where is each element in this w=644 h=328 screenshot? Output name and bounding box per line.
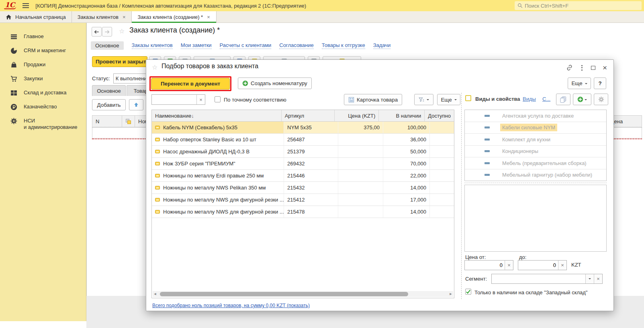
product-stock-cell: 14,000 <box>383 206 430 218</box>
column-price[interactable]: Цена (KZT) <box>335 110 379 121</box>
maximize-icon[interactable] <box>591 66 595 70</box>
clear-icon[interactable] <box>558 261 566 270</box>
clear-icon[interactable] <box>594 274 602 283</box>
tab-customer-orders[interactable]: Заказы клиентов <box>72 11 132 23</box>
chevron-down-icon[interactable] <box>585 274 594 283</box>
product-card-button[interactable]: Карточка товара <box>344 94 402 105</box>
product-row[interactable]: Набор отверток Stanley Basic из 10 шт 25… <box>152 134 454 146</box>
tab-home[interactable]: Начальная страница <box>0 11 72 23</box>
more-menu-icon[interactable] <box>580 65 584 71</box>
category-row[interactable]: Агентская услуга по доставке <box>465 110 606 122</box>
sidebar-item-warehouse[interactable]: Склад и доставка <box>0 86 86 100</box>
scrollbar-thumb[interactable] <box>160 292 408 296</box>
sidebar-item-purchases[interactable]: Закупки <box>0 72 86 86</box>
tab-close-icon[interactable] <box>206 14 211 20</box>
product-article-cell: 256487 <box>284 134 338 145</box>
move-up-button[interactable] <box>129 99 143 110</box>
segment-input[interactable] <box>492 274 585 283</box>
column-article[interactable]: Артикул <box>282 110 335 121</box>
selection-summary-link[interactable]: Всего подобрано ноль позиций товаров, на… <box>152 303 310 308</box>
product-row[interactable]: Кабель NYM (Севкабель) 5х35 NYM 5x35 375… <box>152 122 454 134</box>
global-search[interactable] <box>515 1 642 10</box>
product-search-field <box>151 94 205 105</box>
sidebar-item-main[interactable]: Главное <box>0 30 86 44</box>
sidebar-item-admin[interactable]: НСИи администрирование <box>0 114 86 134</box>
arrow-left-icon <box>94 29 100 35</box>
add-category-button[interactable] <box>573 94 591 105</box>
close-icon[interactable] <box>603 65 607 70</box>
price-to-input[interactable] <box>518 261 558 270</box>
horizontal-scrollbar[interactable] <box>153 291 453 297</box>
column-in-stock[interactable]: В наличии <box>379 110 425 121</box>
main-menu-icon[interactable] <box>22 3 29 8</box>
scrollbar-track[interactable] <box>157 292 448 296</box>
category-row[interactable]: Кондиционеры <box>465 146 606 158</box>
types-properties-checkbox[interactable] <box>465 95 471 101</box>
doc-column-n[interactable]: N <box>92 115 122 127</box>
settings-button[interactable] <box>594 94 608 105</box>
sidebar-item-treasury[interactable]: Казначейство <box>0 100 86 114</box>
favorite-star-icon[interactable] <box>119 27 125 35</box>
favorite-star-icon[interactable] <box>152 63 157 71</box>
tab-order-create[interactable]: Заказ клиента (создание) * <box>132 11 216 23</box>
scroll-left-icon[interactable] <box>153 291 157 297</box>
product-row[interactable]: Ножницы по металлу NWS для фигурной резк… <box>152 194 454 206</box>
column-available[interactable]: Доступно <box>425 110 454 121</box>
product-card-label: Карточка товара <box>357 97 398 103</box>
table-more-button[interactable]: Еще <box>437 94 460 105</box>
home-icon <box>6 14 12 20</box>
category-row[interactable]: Мебель (предварительная сборка) <box>465 157 606 169</box>
price-from-input[interactable] <box>465 261 505 270</box>
scroll-right-icon[interactable] <box>448 291 453 297</box>
panel-splitter-horizontal[interactable] <box>464 183 607 183</box>
nav-link-my-notes[interactable]: Мои заметки <box>181 42 212 49</box>
nav-link-tasks[interactable]: Задачи <box>373 42 391 49</box>
create-nomenclature-button[interactable]: Создать номенклатуру <box>238 77 312 89</box>
filter-button[interactable] <box>414 94 433 105</box>
sidebar-item-crm[interactable]: CRM и маркетинг <box>0 44 86 58</box>
post-and-close-button[interactable]: Провести и закрыть <box>92 56 147 67</box>
product-row[interactable]: Ножницы по металлу NWS Pelikan 350 мм 21… <box>152 182 454 194</box>
sidebar-item-label: Главное <box>24 33 44 40</box>
back-button[interactable] <box>92 27 102 37</box>
product-name-cell: Кабель NYM (Севкабель) 5х35 <box>152 122 284 133</box>
dialog-more-button[interactable]: Еще <box>568 77 591 89</box>
copy-button[interactable] <box>556 94 570 105</box>
nav-link-approval[interactable]: Согласование <box>279 42 313 49</box>
product-price-cell <box>338 206 383 218</box>
nav-link-main[interactable]: Основное <box>91 41 124 50</box>
product-row[interactable]: Ножницы по металлу NWS для фигурной резк… <box>152 206 454 218</box>
product-article-cell: 251379 <box>284 146 338 157</box>
chevron-down-icon <box>427 99 429 102</box>
nav-link-goods-shipment[interactable]: Товары к отгрузке <box>322 42 365 49</box>
nav-link-settlements[interactable]: Расчеты с клиентами <box>220 42 272 49</box>
category-row[interactable]: Мебельный гарнитур (набор мебели) <box>465 169 606 181</box>
sidebar-item-sales[interactable]: Продажи <box>0 58 86 72</box>
product-row[interactable]: Нож ЗУБР серия "ПРЕМИУМ" 269432 70,000 <box>152 158 454 170</box>
product-stock-cell: 14,000 <box>383 182 430 194</box>
form-tab-main[interactable]: Основное <box>92 85 126 96</box>
help-button[interactable]: ? <box>594 77 606 89</box>
transfer-to-document-button[interactable]: Перенести в документ <box>151 78 230 90</box>
category-row[interactable]: Комплект для кухни <box>465 134 606 146</box>
warehouse-only-checkbox[interactable] <box>465 289 471 295</box>
exact-match-checkbox[interactable] <box>215 96 221 102</box>
category-row[interactable]: Кабели силовые NYM <box>465 122 606 134</box>
forward-button[interactable] <box>102 27 112 37</box>
properties-link[interactable]: С... <box>542 96 550 102</box>
product-row[interactable]: Ножницы по металлу Erdi правые 250 мм 21… <box>152 170 454 182</box>
clear-search-icon[interactable] <box>196 95 205 104</box>
add-row-button[interactable]: Добавить <box>92 99 126 110</box>
tab-close-icon[interactable] <box>122 14 126 20</box>
global-search-input[interactable] <box>525 3 639 9</box>
column-name[interactable]: Наименование <box>152 110 282 121</box>
panel-splitter[interactable] <box>461 93 462 299</box>
types-link[interactable]: Виды <box>523 96 536 102</box>
doc-column-icon[interactable] <box>122 115 135 127</box>
product-search-input[interactable] <box>152 95 196 104</box>
link-icon[interactable] <box>566 64 573 71</box>
product-row[interactable]: Насос дренажный ДИОЛД НД-0,3 В 251379 50… <box>152 146 454 158</box>
clear-icon[interactable] <box>505 261 513 270</box>
product-stock-cell: 36,000 <box>383 134 430 145</box>
nav-link-customer-orders[interactable]: Заказы клиентов <box>132 42 173 49</box>
